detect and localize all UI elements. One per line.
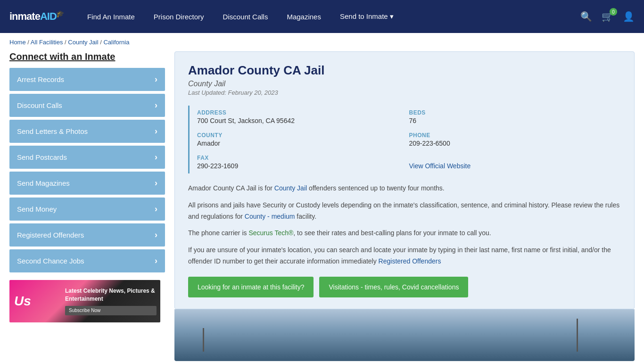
desc-p1: Amador County CA Jail is for County Jail… <box>188 183 621 194</box>
registered-offenders-link[interactable]: Registered Offenders <box>379 257 441 265</box>
find-inmate-button[interactable]: Looking for an inmate at this facility? <box>188 277 314 297</box>
fax-group: FAX 290-223-1609 <box>197 151 409 173</box>
phone-label: PHONE <box>409 132 614 139</box>
sidebar-item-discount-calls[interactable]: Discount Calls › <box>9 94 165 117</box>
facility-details: ADDRESS 700 Court St, Jackson, CA 95642 … <box>188 106 621 173</box>
facility-name: Amador County CA Jail <box>188 63 621 78</box>
breadcrumb-home[interactable]: Home <box>9 39 26 46</box>
logo[interactable]: inmateAID 🎓 <box>9 10 64 23</box>
address-value: 700 Court St, Jackson, CA 95642 <box>197 117 402 124</box>
header-actions: 🔍 🛒 0 👤 <box>580 11 635 22</box>
main-nav: Find An Inmate Prison Directory Discount… <box>87 12 566 21</box>
beds-value: 76 <box>409 117 614 124</box>
arrow-icon: › <box>155 256 157 266</box>
desc-p4: If you are unsure of your inmate's locat… <box>188 245 621 267</box>
county-value: Amador <box>197 140 402 147</box>
sidebar-item-send-magazines[interactable]: Send Magazines › <box>9 172 165 195</box>
nav-send-to-inmate[interactable]: Send to Inmate ▾ <box>340 12 394 21</box>
visitations-button[interactable]: Visitations - times, rules, Covid cancel… <box>319 277 468 297</box>
desc-p2: All prisons and jails have Security or C… <box>188 200 621 222</box>
ad-content: Latest Celebrity News, Pictures & Entert… <box>61 283 160 319</box>
nav-discount-calls[interactable]: Discount Calls <box>223 13 268 21</box>
arrow-icon: › <box>155 100 157 110</box>
county-label: COUNTY <box>197 132 402 139</box>
nav-magazines[interactable]: Magazines <box>287 13 321 21</box>
cart-button[interactable]: 🛒 0 <box>602 11 613 22</box>
securus-link[interactable]: Securus Tech® <box>248 229 293 237</box>
arrow-icon: › <box>155 230 157 240</box>
sidebar-title: Connect with an Inmate <box>9 51 165 62</box>
sidebar-item-send-money[interactable]: Send Money › <box>9 197 165 221</box>
website-group: View Official Website <box>409 151 621 173</box>
arrow-icon: › <box>155 152 157 162</box>
cart-badge: 0 <box>610 8 617 16</box>
sidebar-item-second-chance-jobs[interactable]: Second Chance Jobs › <box>9 249 165 272</box>
sidebar-item-arrest-records[interactable]: Arrest Records › <box>9 68 165 91</box>
advertisement: Us Latest Celebrity News, Pictures & Ent… <box>9 280 160 322</box>
official-website-link[interactable]: View Official Website <box>409 162 471 170</box>
facility-updated: Last Updated: February 20, 2023 <box>188 89 621 96</box>
sidebar-item-registered-offenders[interactable]: Registered Offenders › <box>9 223 165 247</box>
beds-group: BEDS 76 <box>409 106 621 128</box>
header: inmateAID 🎓 Find An Inmate Prison Direct… <box>0 0 644 33</box>
arrow-icon: › <box>155 204 157 214</box>
search-button[interactable]: 🔍 <box>580 11 592 22</box>
arrow-icon: › <box>155 178 157 188</box>
beds-label: BEDS <box>409 109 614 116</box>
breadcrumb-california[interactable]: California <box>103 39 129 46</box>
facility-card: Amador County CA Jail County Jail Last U… <box>174 51 635 309</box>
breadcrumb-all-facilities[interactable]: All Facilities <box>31 39 63 46</box>
arrow-icon: › <box>155 74 157 84</box>
action-buttons: Looking for an inmate at this facility? … <box>188 277 621 297</box>
user-account-button[interactable]: 👤 <box>623 11 635 22</box>
nav-find-inmate[interactable]: Find An Inmate <box>87 13 135 21</box>
phone-group: PHONE 209-223-6500 <box>409 128 621 151</box>
fax-value: 290-223-1609 <box>197 162 402 170</box>
county-group: COUNTY Amador <box>197 128 409 151</box>
facility-description: Amador County CA Jail is for County Jail… <box>188 183 621 267</box>
ad-subscribe-button[interactable]: Subscribe Now <box>65 306 157 315</box>
nav-prison-directory[interactable]: Prison Directory <box>154 13 204 21</box>
desc-p3: The phone carrier is Securus Tech®, to s… <box>188 228 621 239</box>
address-label: ADDRESS <box>197 109 402 116</box>
sidebar-item-send-letters[interactable]: Send Letters & Photos › <box>9 120 165 143</box>
sidebar: Connect with an Inmate Arrest Records › … <box>9 51 165 361</box>
main-layout: Connect with an Inmate Arrest Records › … <box>0 51 644 362</box>
facility-photo <box>174 309 635 361</box>
ad-logo: Us <box>9 289 61 313</box>
county-jail-link[interactable]: County Jail <box>274 184 307 192</box>
fax-label: FAX <box>197 155 402 161</box>
arrow-icon: › <box>155 126 157 136</box>
sidebar-item-send-postcards[interactable]: Send Postcards › <box>9 146 165 169</box>
phone-value: 209-223-6500 <box>409 140 614 147</box>
breadcrumb-county-jail[interactable]: County Jail <box>68 39 98 46</box>
content-area: Amador County CA Jail County Jail Last U… <box>174 51 635 361</box>
county-medium-link[interactable]: County - medium <box>245 213 295 220</box>
address-group: ADDRESS 700 Court St, Jackson, CA 95642 <box>197 106 409 128</box>
breadcrumb: Home / All Facilities / County Jail / Ca… <box>0 33 644 51</box>
facility-type: County Jail <box>188 80 621 88</box>
